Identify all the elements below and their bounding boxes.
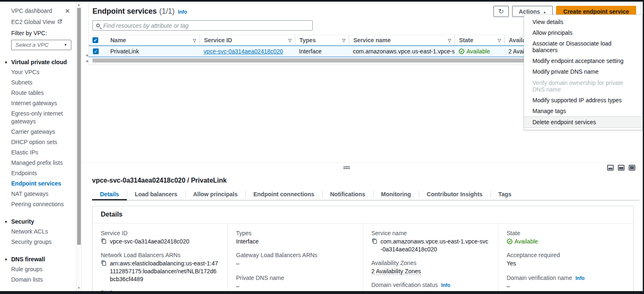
vpc-select[interactable]: Select a VPC ▼ [11,40,71,50]
menu-item-verify-domain-ownership: Verify domain ownership for private DNS … [524,77,642,95]
sidebar-item-nat-gateways[interactable]: NAT gateways [11,189,76,199]
copy-icon[interactable] [101,260,107,266]
scroll-down-icon[interactable]: ▼ [76,286,81,290]
tab-contributor-insights[interactable]: Contributor Insights [419,189,491,200]
copy-icon[interactable] [101,238,107,244]
sort-icon[interactable]: ▽ [193,38,196,43]
sidebar: VPC dashboard ✕ EC2 Global View Filter b… [0,2,76,291]
sidebar-item-endpoints[interactable]: Endpoints [11,168,76,178]
details-card: Details Service ID vpce-svc-0a314aea0241… [92,206,634,291]
sidebar-item-rule-groups[interactable]: Rule groups [11,264,76,275]
sidebar-item-route-tables[interactable]: Route tables [11,88,76,98]
menu-item-modify-ip-address-types[interactable]: Modify supported IP address types [524,95,642,106]
sidebar-scrollbar[interactable]: ▲ ▼ [76,2,82,291]
sidebar-item-your-vpcs[interactable]: Your VPCs [11,67,76,77]
scroll-left-icon[interactable]: ◀ [85,59,88,63]
sort-icon[interactable]: ▽ [448,38,451,43]
panel-layout-full-icon[interactable] [629,165,635,171]
sidebar-item-carrier-gateways[interactable]: Carrier gateways [11,127,76,137]
menu-item-allow-principals[interactable]: Allow principals [524,27,642,38]
sort-icon[interactable]: ▽ [288,38,292,43]
panel-layout-half-icon[interactable] [618,165,625,171]
sidebar-item-dhcp-option-sets[interactable]: DHCP option sets [11,137,76,147]
sidebar-item-endpoint-services[interactable]: Endpoint services [11,178,76,189]
menu-item-modify-private-dns[interactable]: Modify private DNS name [524,66,642,77]
info-link[interactable]: Info [441,282,450,288]
menu-item-modify-endpoint-acceptance[interactable]: Modify endpoint acceptance setting [524,55,642,66]
window-frame-top [0,0,644,2]
split-divider [82,162,643,173]
sidebar-item-security-groups[interactable]: Security groups [11,237,76,247]
tab-monitoring[interactable]: Monitoring [373,189,419,200]
refresh-button[interactable]: ↻ [493,6,509,17]
menu-item-view-details[interactable]: View details [524,17,642,27]
sidebar-item-ec2-global-view[interactable]: EC2 Global View [11,19,55,25]
chevron-down-icon: ▼ [4,258,8,262]
sidebar-item-managed-prefix-lists[interactable]: Managed prefix lists [11,158,76,168]
select-all-checkbox[interactable]: ✓ [92,37,98,43]
sidebar-item-egress-only-internet-gateways[interactable]: Egress-only internet gateways [11,108,76,127]
tab-notifications[interactable]: Notifications [322,189,373,200]
details-panel: vpce-svc-0a314aea02418c020 / PrivateLink… [82,173,643,291]
details-card-title: Details [92,206,633,224]
copy-icon[interactable] [372,238,377,244]
available-status-icon [459,48,464,54]
main-content: Endpoint services(1/1)Info ↻ Actions▲ Cr… [82,2,643,291]
details-tabs: Details Load balancers Allow principals … [92,189,639,200]
chevron-down-icon: ▼ [4,220,8,224]
details-column-4: State Available Acceptance required Yes … [498,224,633,291]
sidebar-item-elastic-ips[interactable]: Elastic IPs [11,147,76,158]
vpc-select-placeholder: Select a VPC [15,42,49,48]
sidebar-item-vpc-dashboard[interactable]: VPC dashboard [11,7,52,14]
row-checkbox[interactable]: ✓ [93,48,99,54]
sidebar-item-internet-gateways[interactable]: Internet gateways [11,98,76,108]
window-frame-bottom [0,291,644,294]
cell-name: PrivateLink [106,48,199,55]
info-link[interactable]: Info [576,275,585,281]
sort-icon[interactable]: ▽ [498,38,501,43]
drag-handle-icon[interactable] [343,166,350,169]
cell-service-name: com.amazonaws.vpce.us-east-1.vpce-sv... [349,48,454,55]
details-column-3: Service name com.amazonaws.vpce.us-east-… [363,224,498,291]
sort-icon[interactable]: ▽ [342,38,345,43]
sidebar-item-peering-connections[interactable]: Peering connections [11,199,76,210]
sidebar-scrollbar-thumb[interactable] [77,8,81,245]
sidebar-section-virtual-private-cloud[interactable]: ▼Virtual private cloud [4,59,76,65]
chevron-up-icon: ▲ [543,10,546,14]
availability-zones-link[interactable]: 2 Avai [508,48,524,55]
sidebar-item-domain-lists[interactable]: Domain lists [11,275,76,285]
search-box [92,20,313,31]
tab-details[interactable]: Details [92,189,127,200]
sidebar-section-security[interactable]: ▼Security [4,218,76,225]
filter-by-vpc-label: Filter by VPC: [11,30,76,36]
service-id-link[interactable]: vpce-svc-0a314aea02418c020 [204,48,283,55]
menu-item-associate-load-balancers[interactable]: Associate or Disassociate load balancers [524,38,642,55]
available-status-icon [507,239,513,244]
tab-allow-principals[interactable]: Allow principals [185,189,245,200]
status-badge: Available [459,48,501,55]
status-badge: Available [507,238,625,246]
page-title: Endpoint services(1/1)Info [92,7,187,16]
tab-load-balancers[interactable]: Load balancers [127,189,185,200]
close-icon[interactable]: ✕ [65,8,70,14]
details-panel-title: vpce-svc-0a314aea02418c020 / PrivateLink [92,177,643,184]
scroll-left-icon[interactable]: ◀ [85,53,88,57]
cell-types: Interface [295,48,349,55]
availability-zones-link[interactable]: 2 Availability Zones [372,268,421,275]
menu-item-manage-tags[interactable]: Manage tags [524,106,642,116]
actions-menu: View details Allow principals Associate … [524,14,643,130]
external-link-icon [57,19,62,25]
sidebar-item-network-acls[interactable]: Network ACLs [11,227,76,237]
scroll-up-icon[interactable]: ▲ [76,3,81,7]
sidebar-section-dns-firewall[interactable]: ▼DNS firewall [4,256,76,263]
panel-layout-bottom-icon[interactable] [607,165,614,171]
tab-endpoint-connections[interactable]: Endpoint connections [245,189,322,200]
menu-item-delete-endpoint-services[interactable]: Delete endpoint services [524,116,642,128]
search-input[interactable] [103,22,309,29]
search-icon [96,24,100,27]
sidebar-item-subnets[interactable]: Subnets [11,77,76,88]
chevron-down-icon: ▼ [4,60,8,65]
info-link[interactable]: Info [178,9,187,15]
details-column-1: Service ID vpce-svc-0a314aea02418c020 Ne… [92,224,227,291]
tab-tags[interactable]: Tags [491,189,520,200]
